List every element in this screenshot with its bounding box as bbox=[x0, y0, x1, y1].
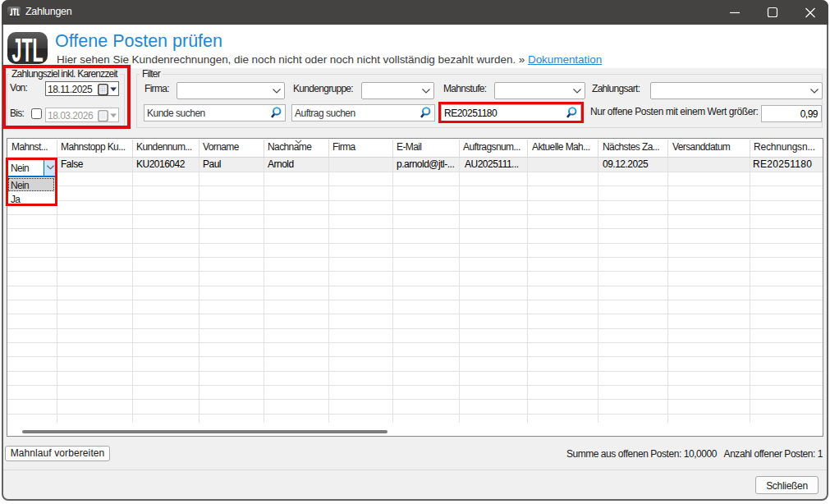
svg-text:JTL: JTL bbox=[12, 32, 44, 64]
